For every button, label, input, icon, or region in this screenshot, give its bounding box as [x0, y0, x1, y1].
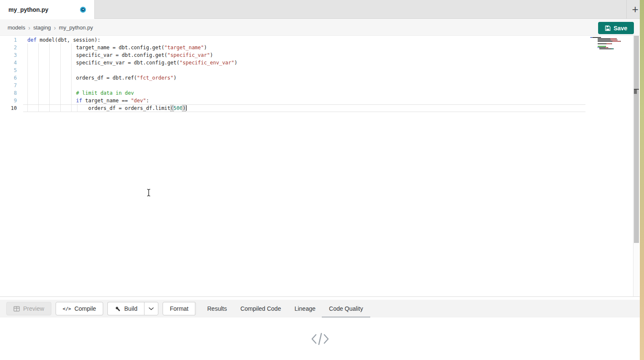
build-button[interactable]: Build: [107, 302, 144, 315]
scrollbar-cursor-marker-block: [634, 90, 637, 94]
preview-button[interactable]: Preview: [6, 302, 51, 315]
build-split-button: Build: [107, 302, 158, 315]
compile-button[interactable]: </> Compile: [56, 302, 103, 315]
line-number: 10: [0, 104, 17, 112]
mouse-text-cursor-icon: [146, 189, 151, 197]
line-number-gutter: 12345678910: [0, 36, 17, 112]
hammer-icon: [115, 306, 121, 312]
action-buttons: Preview </> Compile Build: [6, 302, 196, 315]
table-grid-icon: [13, 306, 20, 312]
line-number: 1: [0, 36, 17, 44]
tab-bar-divider: [626, 0, 627, 19]
code-line[interactable]: [27, 67, 238, 74]
format-label: Format: [170, 305, 188, 312]
tab-results[interactable]: Results: [207, 300, 227, 317]
code-lines[interactable]: def model(dbt, session): target_name = d…: [27, 36, 238, 112]
result-panel-tabs: Results Compiled Code Lineage Code Quali…: [207, 300, 363, 317]
code-brackets-icon: </>: [63, 306, 71, 312]
line-number: 6: [0, 74, 17, 82]
code-placeholder-icon: [310, 332, 330, 346]
save-button-label: Save: [614, 25, 628, 32]
line-number: 3: [0, 51, 17, 59]
bottom-toolbar: Preview </> Compile Build: [0, 300, 640, 317]
code-line[interactable]: specific_env_var = dbt.config.get("speci…: [27, 59, 238, 67]
compile-label: Compile: [75, 305, 96, 312]
code-editor[interactable]: 12345678910 def model(dbt, session): tar…: [0, 36, 640, 297]
breadcrumb-staging[interactable]: staging: [33, 24, 51, 31]
breadcrumb-models[interactable]: models: [8, 24, 25, 31]
tab-title: my_python.py: [8, 6, 48, 13]
code-line[interactable]: if target_name == "dev":: [27, 97, 238, 104]
format-button[interactable]: Format: [163, 302, 195, 315]
toolbar-divider: [195, 301, 195, 316]
breadcrumb-bar: models › staging › my_python.py Save: [0, 19, 640, 36]
code-line[interactable]: specific_var = dbt.config.get("specific_…: [27, 51, 238, 59]
line-number: 9: [0, 97, 17, 104]
line-number: 5: [0, 67, 17, 74]
text-caret: [186, 105, 187, 111]
code-quality-panel: [0, 317, 640, 360]
preview-label: Preview: [23, 305, 44, 312]
line-number: 8: [0, 89, 17, 97]
code-line[interactable]: def model(dbt, session):: [27, 36, 238, 44]
tab-code-quality[interactable]: Code Quality: [329, 300, 363, 317]
line-number: 4: [0, 59, 17, 67]
build-label: Build: [124, 305, 137, 312]
code-line[interactable]: target_name = dbt.config.get("target_nam…: [27, 44, 238, 51]
new-tab-button[interactable]: +: [629, 3, 641, 16]
tab-lineage[interactable]: Lineage: [294, 300, 315, 317]
unsaved-changes-icon: [80, 7, 86, 13]
ide-window: my_python.py + models › staging › my_pyt…: [0, 0, 644, 360]
chevron-right-icon: ›: [28, 24, 30, 31]
desktop-edge-strip: [640, 0, 644, 360]
tab-my-python-py[interactable]: my_python.py: [0, 0, 95, 19]
scrollbar-thumb[interactable]: [634, 36, 639, 243]
minimap[interactable]: [591, 37, 628, 50]
code-line[interactable]: # limit data in dev: [27, 89, 238, 97]
code-line[interactable]: [27, 82, 238, 89]
chevron-down-icon: [149, 307, 154, 310]
line-number: 2: [0, 44, 17, 51]
floppy-disk-icon: [605, 25, 611, 31]
line-number: 7: [0, 82, 17, 89]
chevron-right-icon: ›: [54, 24, 56, 31]
breadcrumb-file[interactable]: my_python.py: [59, 24, 93, 31]
build-options-dropdown-button[interactable]: [144, 302, 158, 315]
code-line[interactable]: orders_df = dbt.ref("fct_orders"): [27, 74, 238, 82]
tab-compiled-code[interactable]: Compiled Code: [240, 300, 281, 317]
code-line[interactable]: orders_df = orders_df.limit(500): [27, 104, 238, 112]
file-tab-bar: my_python.py +: [0, 0, 640, 19]
save-button[interactable]: Save: [598, 22, 634, 34]
vertical-scrollbar[interactable]: [633, 36, 639, 296]
